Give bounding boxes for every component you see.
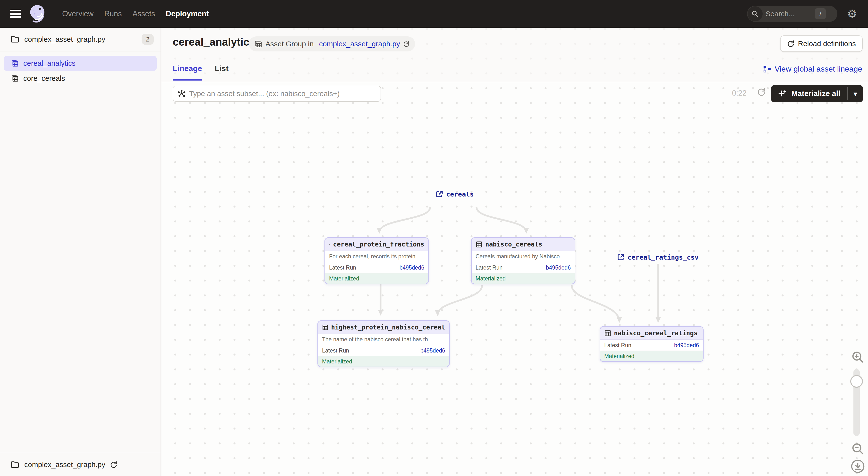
sidebar-group-list: cereal_analytics core_cereals (0, 52, 160, 90)
materialize-all-button[interactable]: Materialize all (771, 85, 847, 102)
nav-links: Overview Runs Assets Deployment (62, 9, 209, 18)
sidebar-module-count-badge: 2 (142, 34, 154, 45)
page-title: cereal_analytics (173, 36, 255, 48)
sparkle-icon (778, 89, 787, 99)
tab-list[interactable]: List (215, 64, 228, 80)
asset-description: The name of the nabisco cereal that has … (318, 334, 449, 345)
edge-cereals-to-cereal-protein-fractions (379, 207, 430, 232)
asset-node-cereal-protein-fractions[interactable]: cereal_protein_fractions For each cereal… (324, 237, 429, 284)
asset-group-file-link[interactable]: complex_asset_graph.py (319, 40, 400, 48)
refresh-graph-icon[interactable] (757, 87, 766, 97)
reload-icon[interactable] (403, 40, 410, 47)
latest-run-label: Latest Run (322, 347, 349, 354)
table-icon (322, 324, 328, 331)
nav-item-runs[interactable]: Runs (104, 9, 122, 18)
asset-node-nabisco-cereal-ratings[interactable]: nabisco_cereal_ratings Latest Run b495de… (600, 326, 704, 362)
run-id-link[interactable]: b495ded6 (400, 265, 424, 271)
materialize-all-label: Materialize all (791, 89, 840, 98)
asset-group-breadcrumb: Asset Group in complex_asset_graph.py (249, 36, 415, 52)
latest-run-label: Latest Run (475, 265, 502, 271)
asset-node-header: nabisco_cereal_ratings (600, 327, 703, 340)
sidebar-module-header[interactable]: complex_asset_graph.py 2 (0, 28, 160, 52)
run-id-link[interactable]: b495ded6 (421, 347, 445, 354)
zoom-slider-handle[interactable] (850, 375, 863, 388)
edge-cereals-to-nabisco-cereals (476, 207, 526, 232)
external-link-icon (617, 253, 625, 261)
asset-name: highest_protein_nabisco_cereal (331, 324, 445, 331)
sidebar-footer: complex_asset_graph.py (0, 453, 160, 476)
latest-run-row: Latest Run b495ded6 (325, 262, 428, 273)
edge-nabisco-cereals-to-highest-protein (438, 285, 482, 315)
zoom-in-button[interactable] (851, 350, 865, 364)
asset-group-prefix: Asset Group in (266, 40, 316, 48)
search-shortcut-key: / (815, 8, 826, 20)
folder-icon (11, 461, 19, 468)
asset-name: nabisco_cereal_ratings (614, 330, 698, 337)
status-badge: Materialized (472, 273, 575, 283)
main-pane: cereal_analytics Asset Group in complex_… (161, 28, 868, 476)
search-icon (748, 6, 763, 21)
asset-subset-input[interactable] (189, 90, 376, 98)
top-navigation-bar: Overview Runs Assets Deployment / ⚙ (0, 0, 868, 28)
sidebar-footer-label: complex_asset_graph.py (24, 461, 105, 469)
dagster-logo-icon[interactable] (28, 3, 49, 24)
global-search[interactable]: / (747, 6, 837, 22)
asset-node-nabisco-cereals[interactable]: nabisco_cereals Cereals manufactured by … (471, 237, 575, 284)
refresh-countdown: 0:22 (732, 89, 747, 98)
reload-definitions-label: Reload definitions (798, 39, 856, 48)
nav-item-overview[interactable]: Overview (62, 9, 93, 18)
zoom-out-button[interactable] (851, 442, 865, 455)
latest-run-label: Latest Run (329, 265, 356, 271)
status-badge: Materialized (600, 351, 703, 361)
global-lineage-label: View global asset lineage (775, 65, 862, 73)
asset-description: For each cereal, records its protein ... (325, 251, 428, 262)
asset-name: nabisco_cereals (485, 241, 542, 248)
search-input[interactable] (766, 10, 814, 18)
folder-icon (11, 36, 19, 43)
view-global-asset-lineage-link[interactable]: View global asset lineage (763, 65, 862, 73)
reload-icon (787, 40, 795, 47)
sidebar: complex_asset_graph.py 2 cereal_analytic… (0, 28, 161, 476)
asset-node-header: nabisco_cereals (472, 238, 575, 251)
sidebar-item-core-cereals[interactable]: core_cereals (4, 71, 157, 86)
asset-description: Cereals manufactured by Nabisco (472, 251, 575, 262)
run-id-link[interactable]: b495ded6 (674, 342, 699, 349)
table-icon (329, 241, 330, 248)
latest-run-label: Latest Run (604, 342, 631, 349)
asset-group-icon (11, 60, 19, 67)
sidebar-item-label: core_cereals (23, 74, 65, 82)
tab-lineage[interactable]: Lineage (173, 64, 202, 80)
nav-item-assets[interactable]: Assets (133, 9, 155, 18)
latest-run-row: Latest Run b495ded6 (318, 345, 449, 356)
page-header: cereal_analytics Asset Group in complex_… (161, 28, 868, 82)
external-asset-cereals[interactable]: cereals (435, 190, 474, 198)
reload-definitions-button[interactable]: Reload definitions (780, 35, 863, 52)
external-link-icon (435, 190, 443, 198)
settings-gear-icon[interactable]: ⚙ (847, 7, 857, 21)
materialize-dropdown-caret[interactable]: ▾ (847, 85, 863, 102)
reload-icon[interactable] (110, 461, 118, 469)
external-asset-label: cereals (446, 191, 474, 198)
external-asset-cereal-ratings-csv[interactable]: cereal_ratings_csv (617, 253, 699, 261)
asset-group-icon (11, 75, 19, 82)
lineage-graph-icon (763, 65, 771, 73)
asset-node-header: highest_protein_nabisco_cereal (318, 321, 449, 334)
sidebar-item-cereal-analytics[interactable]: cereal_analytics (4, 56, 157, 71)
table-icon (604, 330, 611, 337)
asset-node-highest-protein-nabisco-cereal[interactable]: highest_protein_nabisco_cereal The name … (317, 320, 450, 367)
latest-run-row: Latest Run b495ded6 (600, 340, 703, 351)
run-id-link[interactable]: b495ded6 (546, 265, 571, 271)
menu-icon[interactable] (10, 10, 21, 18)
latest-run-row: Latest Run b495ded6 (472, 262, 575, 273)
asset-subset-filter[interactable] (173, 86, 381, 102)
nav-item-deployment[interactable]: Deployment (166, 9, 209, 18)
table-icon (475, 241, 482, 248)
sidebar-module-label: complex_asset_graph.py (24, 35, 142, 43)
asset-name: cereal_protein_fractions (333, 241, 424, 248)
status-badge: Materialized (318, 356, 449, 367)
asset-node-header: cereal_protein_fractions (325, 238, 428, 251)
asset-group-icon (254, 40, 262, 48)
asset-graph-filter-icon (178, 90, 186, 98)
materialize-all-split-button: Materialize all ▾ (771, 85, 863, 102)
recenter-download-view-button[interactable] (850, 459, 865, 474)
